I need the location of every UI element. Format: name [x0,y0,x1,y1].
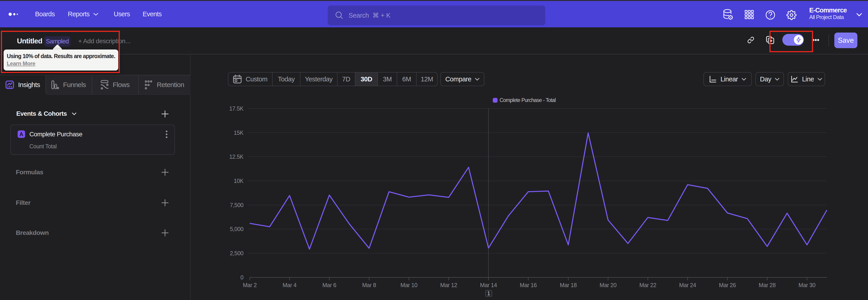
svg-text:Mar 26: Mar 26 [719,282,736,288]
svg-text:10K: 10K [234,178,244,184]
svg-text:Mar 10: Mar 10 [401,282,417,288]
svg-text:17.5K: 17.5K [229,106,244,112]
svg-text:Mar 6: Mar 6 [322,282,336,288]
svg-text:Mar 22: Mar 22 [640,282,656,288]
svg-text:2,500: 2,500 [230,250,243,257]
svg-text:15K: 15K [234,129,244,136]
svg-text:Mar 28: Mar 28 [759,282,776,288]
svg-text:Mar 14: Mar 14 [480,282,497,288]
svg-text:5,000: 5,000 [230,226,243,232]
svg-text:Mar 20: Mar 20 [600,282,617,288]
svg-text:Mar 24: Mar 24 [679,282,696,288]
svg-text:Mar 2: Mar 2 [243,282,256,288]
svg-text:7,500: 7,500 [230,202,243,208]
svg-text:0: 0 [241,274,243,280]
svg-text:Mar 18: Mar 18 [560,282,577,288]
svg-text:12.5K: 12.5K [229,153,244,160]
svg-text:Mar 30: Mar 30 [799,282,815,288]
svg-text:Mar 8: Mar 8 [362,282,376,288]
svg-text:Mar 4: Mar 4 [283,282,297,288]
svg-text:Mar 12: Mar 12 [440,282,457,288]
svg-text:Mar 16: Mar 16 [520,282,537,288]
